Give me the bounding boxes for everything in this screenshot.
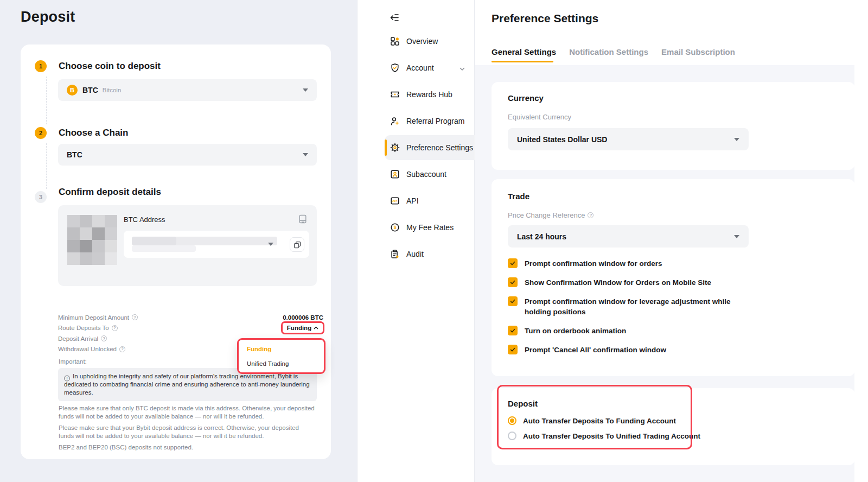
check-icon: [509, 346, 516, 353]
sidebar-item-label: Rewards Hub: [406, 90, 452, 99]
svg-text:$: $: [394, 225, 397, 230]
currency-card: Currency Equivalent Currency United Stat…: [492, 82, 855, 170]
help-icon[interactable]: ?: [119, 346, 125, 352]
overview-icon: [390, 36, 400, 46]
checkbox-checked[interactable]: [508, 277, 518, 287]
chevron-down-icon: [734, 138, 739, 141]
deposit-note: Please make sure that your Bybit deposit…: [59, 424, 316, 440]
sidebar-item-label: Account: [406, 64, 434, 72]
sidebar-item-my-fee-rates[interactable]: $ My Fee Rates: [358, 215, 474, 240]
tab-notification-settings[interactable]: Notification Settings: [569, 47, 648, 56]
currency-card-title: Currency: [508, 93, 544, 103]
checkbox-row[interactable]: Prompt 'Cancel All' confirmation window: [508, 345, 839, 355]
equivalent-currency-select[interactable]: United States Dollar USD: [508, 128, 749, 150]
radio-selected[interactable]: [508, 416, 516, 425]
checkbox-label: Prompt confirmation window for leverage …: [525, 296, 755, 317]
step-2-badge: 2: [35, 127, 47, 139]
help-icon[interactable]: ?: [101, 335, 107, 341]
collapse-sidebar-icon[interactable]: [389, 13, 400, 24]
checkbox-checked[interactable]: [508, 326, 518, 335]
address-blurred: [132, 237, 176, 245]
copy-address-button[interactable]: [290, 237, 304, 252]
sidebar-item-subaccount[interactable]: Subaccount: [358, 162, 474, 187]
help-icon[interactable]: ?: [132, 314, 138, 320]
deposit-flow-card: 1 Choose coin to deposit B BTC Bitcoin 2…: [21, 45, 331, 459]
check-icon: [509, 279, 516, 286]
trade-card: Trade Price Change Reference ? Last 24 h…: [492, 179, 855, 376]
detail-label: Deposit Arrival: [58, 335, 98, 342]
deposit-address-field[interactable]: [124, 231, 309, 258]
address-book-icon[interactable]: [298, 214, 307, 226]
sidebar-item-label: Overview: [406, 37, 438, 46]
important-label: Important:: [59, 358, 87, 365]
chevron-down-icon: [303, 88, 308, 92]
subaccount-icon: [390, 169, 400, 179]
check-icon: [509, 327, 516, 334]
audit-icon: [390, 249, 400, 259]
checkbox-label: Turn on orderbook animation: [525, 326, 626, 336]
checkbox-row[interactable]: Prompt confirmation window for orders: [508, 258, 839, 269]
active-tab-underline: [492, 61, 553, 62]
info-icon: !: [64, 375, 70, 381]
equivalent-currency-label: Equivalent Currency: [508, 113, 571, 121]
sidebar-item-label: Audit: [406, 250, 424, 258]
checkbox-label: Prompt 'Cancel All' confirmation window: [525, 345, 666, 355]
chain-select[interactable]: BTC: [58, 144, 317, 166]
check-icon: [509, 298, 516, 305]
page-title: Deposit: [21, 9, 75, 26]
chevron-down-icon[interactable]: [459, 65, 465, 74]
svg-text:API: API: [392, 199, 398, 202]
tab-email-subscription[interactable]: Email Subscription: [661, 47, 735, 56]
checkbox-checked[interactable]: [508, 296, 518, 306]
checkbox-checked[interactable]: [508, 258, 518, 268]
deposit-routing-options: Auto Transfer Deposits To Funding Accoun…: [508, 416, 700, 447]
dropdown-option-unified-trading[interactable]: Unified Trading: [247, 360, 289, 367]
help-icon[interactable]: ?: [588, 212, 593, 218]
dropdown-option-funding[interactable]: Funding: [247, 346, 271, 352]
chevron-down-icon[interactable]: [268, 243, 273, 246]
checkbox-row[interactable]: Prompt confirmation window for leverage …: [508, 296, 839, 317]
sidebar-item-overview[interactable]: Overview: [358, 29, 474, 54]
sidebar-item-account[interactable]: Account: [358, 55, 474, 80]
step-3-title: Confirm deposit details: [59, 187, 161, 198]
radio-unselected[interactable]: [508, 432, 516, 440]
rewards-hub-icon: [390, 90, 400, 99]
trade-card-title: Trade: [508, 192, 529, 201]
btc-address-panel: BTC Address: [58, 205, 317, 286]
chevron-up-icon: [314, 326, 318, 329]
route-deposits-selector[interactable]: Funding: [281, 321, 324, 334]
help-icon[interactable]: ?: [112, 325, 118, 331]
sidebar-item-label: Subaccount: [406, 170, 446, 179]
checkbox-checked[interactable]: [508, 345, 518, 354]
trade-options: Prompt confirmation window for orders Sh…: [508, 258, 839, 364]
sidebar-item-rewards-hub[interactable]: Rewards Hub: [358, 82, 474, 107]
api-icon: API: [390, 196, 400, 206]
route-deposits-dropdown: Funding Unified Trading: [237, 338, 326, 374]
step-3-badge: 3: [35, 191, 47, 203]
checkbox-label: Show Confirmation Window for Orders on M…: [525, 277, 711, 288]
tab-general-settings[interactable]: General Settings: [492, 47, 556, 56]
checkbox-row[interactable]: Turn on orderbook animation: [508, 326, 839, 336]
deposit-settings-card: Deposit Auto Transfer Deposits To Fundin…: [492, 388, 855, 465]
sidebar-item-api[interactable]: API API: [358, 188, 474, 213]
coin-select[interactable]: B BTC Bitcoin: [58, 79, 317, 101]
check-icon: [509, 260, 516, 267]
sidebar-item-audit[interactable]: Audit: [358, 242, 474, 267]
sidebar-item-label: Referral Program: [406, 117, 464, 125]
referral-program-icon: [390, 116, 400, 126]
sidebar-item-preference-settings[interactable]: Preference Settings: [358, 135, 474, 160]
radio-row[interactable]: Auto Transfer Deposits To Funding Accoun…: [508, 416, 700, 425]
deposit-page: Deposit 1 Choose coin to deposit B BTC B…: [0, 0, 357, 482]
price-change-reference-label: Price Change Reference: [508, 211, 585, 219]
step-connector: [46, 77, 47, 124]
step-2-title: Choose a Chain: [59, 128, 128, 138]
radio-row[interactable]: Auto Transfer Deposits To Unified Tradin…: [508, 432, 700, 440]
sidebar-item-referral-program[interactable]: Referral Program: [358, 109, 474, 134]
radio-label: Auto Transfer Deposits To Funding Accoun…: [523, 417, 676, 425]
chain-value: BTC: [67, 150, 82, 159]
address-blurred: [132, 245, 196, 252]
sidebar-item-label: Preference Settings: [406, 143, 473, 152]
price-change-reference-select[interactable]: Last 24 hours: [508, 225, 749, 248]
checkbox-label: Prompt confirmation window for orders: [525, 258, 662, 269]
checkbox-row[interactable]: Show Confirmation Window for Orders on M…: [508, 277, 839, 288]
